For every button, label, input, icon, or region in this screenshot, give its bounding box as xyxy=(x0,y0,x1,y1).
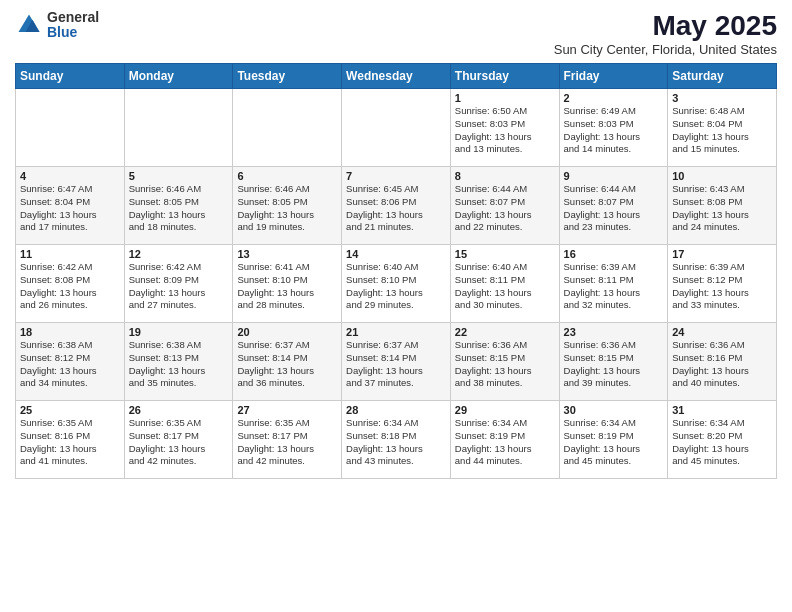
calendar-cell xyxy=(16,89,125,167)
logo-icon xyxy=(15,11,43,39)
logo: General Blue xyxy=(15,10,99,41)
day-number: 7 xyxy=(346,170,446,182)
subtitle: Sun City Center, Florida, United States xyxy=(554,42,777,57)
main-title: May 2025 xyxy=(554,10,777,42)
day-info: Sunrise: 6:50 AMSunset: 8:03 PMDaylight:… xyxy=(455,105,555,156)
day-number: 25 xyxy=(20,404,120,416)
day-number: 18 xyxy=(20,326,120,338)
calendar-week-4: 18Sunrise: 6:38 AMSunset: 8:12 PMDayligh… xyxy=(16,323,777,401)
calendar-cell: 5Sunrise: 6:46 AMSunset: 8:05 PMDaylight… xyxy=(124,167,233,245)
calendar-cell xyxy=(124,89,233,167)
calendar-cell: 29Sunrise: 6:34 AMSunset: 8:19 PMDayligh… xyxy=(450,401,559,479)
col-header-saturday: Saturday xyxy=(668,64,777,89)
day-info: Sunrise: 6:38 AMSunset: 8:12 PMDaylight:… xyxy=(20,339,120,390)
day-info: Sunrise: 6:36 AMSunset: 8:15 PMDaylight:… xyxy=(455,339,555,390)
day-number: 26 xyxy=(129,404,229,416)
calendar-week-3: 11Sunrise: 6:42 AMSunset: 8:08 PMDayligh… xyxy=(16,245,777,323)
day-number: 30 xyxy=(564,404,664,416)
col-header-tuesday: Tuesday xyxy=(233,64,342,89)
calendar-week-2: 4Sunrise: 6:47 AMSunset: 8:04 PMDaylight… xyxy=(16,167,777,245)
calendar-cell: 16Sunrise: 6:39 AMSunset: 8:11 PMDayligh… xyxy=(559,245,668,323)
day-number: 29 xyxy=(455,404,555,416)
day-info: Sunrise: 6:40 AMSunset: 8:11 PMDaylight:… xyxy=(455,261,555,312)
day-info: Sunrise: 6:35 AMSunset: 8:17 PMDaylight:… xyxy=(129,417,229,468)
calendar-cell: 10Sunrise: 6:43 AMSunset: 8:08 PMDayligh… xyxy=(668,167,777,245)
day-info: Sunrise: 6:34 AMSunset: 8:19 PMDaylight:… xyxy=(564,417,664,468)
calendar-cell: 19Sunrise: 6:38 AMSunset: 8:13 PMDayligh… xyxy=(124,323,233,401)
calendar-cell xyxy=(233,89,342,167)
calendar-cell: 26Sunrise: 6:35 AMSunset: 8:17 PMDayligh… xyxy=(124,401,233,479)
day-info: Sunrise: 6:36 AMSunset: 8:15 PMDaylight:… xyxy=(564,339,664,390)
day-number: 24 xyxy=(672,326,772,338)
logo-text: General Blue xyxy=(47,10,99,41)
day-number: 15 xyxy=(455,248,555,260)
page: General Blue May 2025 Sun City Center, F… xyxy=(0,0,792,612)
day-info: Sunrise: 6:48 AMSunset: 8:04 PMDaylight:… xyxy=(672,105,772,156)
day-info: Sunrise: 6:46 AMSunset: 8:05 PMDaylight:… xyxy=(129,183,229,234)
day-info: Sunrise: 6:42 AMSunset: 8:09 PMDaylight:… xyxy=(129,261,229,312)
day-number: 12 xyxy=(129,248,229,260)
day-number: 6 xyxy=(237,170,337,182)
calendar-cell: 25Sunrise: 6:35 AMSunset: 8:16 PMDayligh… xyxy=(16,401,125,479)
logo-general-text: General xyxy=(47,10,99,25)
calendar-cell: 28Sunrise: 6:34 AMSunset: 8:18 PMDayligh… xyxy=(342,401,451,479)
day-number: 4 xyxy=(20,170,120,182)
day-info: Sunrise: 6:41 AMSunset: 8:10 PMDaylight:… xyxy=(237,261,337,312)
day-info: Sunrise: 6:42 AMSunset: 8:08 PMDaylight:… xyxy=(20,261,120,312)
day-info: Sunrise: 6:43 AMSunset: 8:08 PMDaylight:… xyxy=(672,183,772,234)
day-info: Sunrise: 6:39 AMSunset: 8:12 PMDaylight:… xyxy=(672,261,772,312)
calendar-cell: 3Sunrise: 6:48 AMSunset: 8:04 PMDaylight… xyxy=(668,89,777,167)
day-info: Sunrise: 6:37 AMSunset: 8:14 PMDaylight:… xyxy=(237,339,337,390)
day-number: 10 xyxy=(672,170,772,182)
day-number: 5 xyxy=(129,170,229,182)
calendar-table: SundayMondayTuesdayWednesdayThursdayFrid… xyxy=(15,63,777,479)
day-number: 8 xyxy=(455,170,555,182)
calendar-cell: 18Sunrise: 6:38 AMSunset: 8:12 PMDayligh… xyxy=(16,323,125,401)
day-info: Sunrise: 6:35 AMSunset: 8:16 PMDaylight:… xyxy=(20,417,120,468)
calendar-cell: 9Sunrise: 6:44 AMSunset: 8:07 PMDaylight… xyxy=(559,167,668,245)
day-info: Sunrise: 6:39 AMSunset: 8:11 PMDaylight:… xyxy=(564,261,664,312)
calendar-week-5: 25Sunrise: 6:35 AMSunset: 8:16 PMDayligh… xyxy=(16,401,777,479)
col-header-thursday: Thursday xyxy=(450,64,559,89)
logo-blue-text: Blue xyxy=(47,25,99,40)
calendar-body: 1Sunrise: 6:50 AMSunset: 8:03 PMDaylight… xyxy=(16,89,777,479)
calendar-cell: 6Sunrise: 6:46 AMSunset: 8:05 PMDaylight… xyxy=(233,167,342,245)
calendar-cell: 12Sunrise: 6:42 AMSunset: 8:09 PMDayligh… xyxy=(124,245,233,323)
col-header-friday: Friday xyxy=(559,64,668,89)
calendar-cell: 23Sunrise: 6:36 AMSunset: 8:15 PMDayligh… xyxy=(559,323,668,401)
day-number: 3 xyxy=(672,92,772,104)
day-number: 23 xyxy=(564,326,664,338)
col-header-sunday: Sunday xyxy=(16,64,125,89)
day-number: 27 xyxy=(237,404,337,416)
day-number: 28 xyxy=(346,404,446,416)
day-number: 19 xyxy=(129,326,229,338)
day-info: Sunrise: 6:49 AMSunset: 8:03 PMDaylight:… xyxy=(564,105,664,156)
day-info: Sunrise: 6:34 AMSunset: 8:18 PMDaylight:… xyxy=(346,417,446,468)
calendar-cell: 11Sunrise: 6:42 AMSunset: 8:08 PMDayligh… xyxy=(16,245,125,323)
calendar-cell: 13Sunrise: 6:41 AMSunset: 8:10 PMDayligh… xyxy=(233,245,342,323)
day-number: 9 xyxy=(564,170,664,182)
day-number: 20 xyxy=(237,326,337,338)
calendar-cell: 14Sunrise: 6:40 AMSunset: 8:10 PMDayligh… xyxy=(342,245,451,323)
day-info: Sunrise: 6:34 AMSunset: 8:20 PMDaylight:… xyxy=(672,417,772,468)
day-number: 17 xyxy=(672,248,772,260)
calendar-cell: 27Sunrise: 6:35 AMSunset: 8:17 PMDayligh… xyxy=(233,401,342,479)
col-header-wednesday: Wednesday xyxy=(342,64,451,89)
day-number: 16 xyxy=(564,248,664,260)
calendar-cell: 1Sunrise: 6:50 AMSunset: 8:03 PMDaylight… xyxy=(450,89,559,167)
calendar-cell: 20Sunrise: 6:37 AMSunset: 8:14 PMDayligh… xyxy=(233,323,342,401)
day-number: 14 xyxy=(346,248,446,260)
header: General Blue May 2025 Sun City Center, F… xyxy=(15,10,777,57)
col-header-monday: Monday xyxy=(124,64,233,89)
calendar-cell: 24Sunrise: 6:36 AMSunset: 8:16 PMDayligh… xyxy=(668,323,777,401)
calendar-cell xyxy=(342,89,451,167)
calendar-cell: 15Sunrise: 6:40 AMSunset: 8:11 PMDayligh… xyxy=(450,245,559,323)
day-info: Sunrise: 6:34 AMSunset: 8:19 PMDaylight:… xyxy=(455,417,555,468)
day-info: Sunrise: 6:40 AMSunset: 8:10 PMDaylight:… xyxy=(346,261,446,312)
calendar-cell: 22Sunrise: 6:36 AMSunset: 8:15 PMDayligh… xyxy=(450,323,559,401)
day-number: 22 xyxy=(455,326,555,338)
title-block: May 2025 Sun City Center, Florida, Unite… xyxy=(554,10,777,57)
day-info: Sunrise: 6:37 AMSunset: 8:14 PMDaylight:… xyxy=(346,339,446,390)
day-number: 13 xyxy=(237,248,337,260)
day-info: Sunrise: 6:47 AMSunset: 8:04 PMDaylight:… xyxy=(20,183,120,234)
